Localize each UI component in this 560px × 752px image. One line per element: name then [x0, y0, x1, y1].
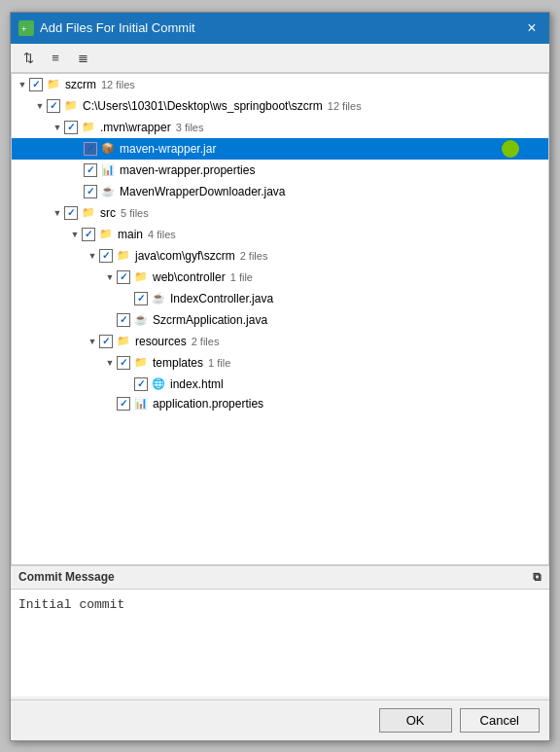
item-label-mvnwrapper: .mvn\wrapper [100, 121, 171, 134]
java-icon: ☕ [151, 291, 166, 306]
commit-section: Commit Message ⧉ Initial commit [11, 565, 549, 699]
add-files-dialog: + Add Files For Initial Commit × ⇅ ≡ ≣ ▼… [10, 12, 550, 741]
item-count-main: 4 files [148, 229, 176, 240]
folder-icon: 📁 [46, 77, 61, 92]
dialog-icon: + [18, 20, 34, 36]
folder-icon: 📁 [133, 355, 149, 371]
item-label-mavenjar: maven-wrapper.jar [120, 142, 216, 156]
tree-item-webcontroller[interactable]: ▼ 📁 web\controller 1 file [12, 267, 548, 288]
item-label-javacom: java\com\gyf\szcrm [135, 249, 235, 263]
expand-arrow: ▼ [33, 99, 47, 113]
tree-item-szcrmap[interactable]: ▶ ☕ SzcrmApplication.java [12, 309, 548, 331]
checkbox-indexhtml[interactable] [134, 377, 148, 391]
file-tree-area[interactable]: ▼ 📁 szcrm 12 files ▼ 📁 C:\Users\10301\De… [11, 73, 549, 565]
checkbox-szcrmap[interactable] [117, 313, 130, 327]
tree-item-indexcontroller[interactable]: ▶ ☕ IndexController.java [12, 288, 548, 309]
java-icon: ☕ [133, 312, 149, 328]
item-label-approp: application.properties [153, 397, 263, 411]
expand-arrow: ▼ [16, 78, 29, 91]
tree-item-resources[interactable]: ▼ 📁 resources 2 files [12, 331, 548, 352]
tree-item-indexhtml[interactable]: ▶ 🌐 index.html [12, 374, 548, 395]
toolbar: ⇅ ≡ ≣ [11, 44, 549, 73]
expand-arrow: ▼ [103, 356, 117, 370]
tree-item-path1[interactable]: ▼ 📁 C:\Users\10301\Desktop\ws_springboot… [12, 95, 548, 117]
expand-arrow: ▼ [51, 121, 64, 134]
tree-item-mavenprop[interactable]: ▶ 📊 maven-wrapper.properties [12, 160, 548, 181]
item-count-resources: 2 files [192, 336, 220, 347]
checkbox-templates[interactable] [117, 356, 130, 370]
sort-button[interactable]: ⇅ [17, 47, 40, 68]
folder-icon: 📁 [116, 248, 131, 264]
tree-item-javacom[interactable]: ▼ 📁 java\com\gyf\szcrm 2 files [12, 245, 548, 267]
item-label-webcontroller: web\controller [153, 270, 226, 284]
checkbox-src[interactable] [64, 206, 78, 220]
checkbox-szcrm[interactable] [29, 78, 43, 91]
item-label-resources: resources [135, 335, 187, 348]
title-bar: + Add Files For Initial Commit × [11, 13, 549, 44]
item-count-javacom: 2 files [240, 250, 268, 262]
ok-button[interactable]: OK [379, 708, 452, 733]
close-button[interactable]: × [522, 18, 542, 38]
commit-message-input[interactable]: Initial commit [11, 590, 549, 697]
item-count-webcontroller: 1 file [230, 271, 253, 283]
prop-icon: 📊 [133, 396, 149, 412]
item-label-path1: C:\Users\10301\Desktop\ws_springboot\szc… [83, 99, 323, 113]
item-label-mavenprop: maven-wrapper.properties [120, 163, 255, 177]
item-label-szcrmap: SzcrmApplication.java [153, 313, 267, 327]
item-label-indexcontroller: IndexController.java [170, 292, 273, 305]
tree-item-main[interactable]: ▼ 📁 main 4 files [12, 224, 548, 245]
cursor-indicator [502, 140, 519, 158]
item-count-mvnwrapper: 3 files [176, 122, 204, 133]
checkbox-webcontroller[interactable] [117, 270, 130, 284]
item-count-path1: 12 files [328, 100, 362, 112]
item-label-mavendown: MavenWrapperDownloader.java [120, 185, 286, 198]
checkbox-javacom[interactable] [99, 249, 113, 263]
folder-icon: 📁 [116, 334, 131, 349]
list-button[interactable]: ≡ [44, 47, 67, 68]
expand-arrow: ▼ [68, 228, 82, 241]
prop-icon: 📊 [100, 162, 116, 178]
checkbox-path1[interactable] [47, 99, 60, 113]
item-label-indexhtml: index.html [170, 377, 224, 391]
expand-arrow: ▼ [51, 206, 64, 220]
tree-item-templates[interactable]: ▼ 📁 templates 1 file [12, 352, 548, 374]
expand-arrow: ▼ [103, 270, 117, 284]
commit-section-label: Commit Message [18, 570, 115, 584]
jar-icon: 📦 [100, 141, 116, 157]
expand-arrow: ▼ [86, 249, 99, 263]
checkbox-mavenjar[interactable] [84, 142, 97, 156]
html-icon: 🌐 [151, 376, 166, 392]
item-count-szcrm: 12 files [101, 79, 135, 90]
dialog-title: Add Files For Initial Commit [40, 20, 522, 35]
folder-icon: 📁 [98, 227, 114, 242]
item-count-templates: 1 file [208, 357, 230, 369]
folder-icon: 📁 [133, 269, 149, 285]
java-icon: ☕ [100, 184, 116, 199]
tree-item-src[interactable]: ▼ 📁 src 5 files [12, 202, 548, 224]
item-label-src: src [100, 206, 116, 220]
tree-item-szcrm[interactable]: ▼ 📁 szcrm 12 files [12, 74, 548, 95]
item-label-szcrm: szcrm [65, 78, 96, 91]
tree-item-mvnwrapper[interactable]: ▼ 📁 .mvn\wrapper 3 files [12, 117, 548, 138]
checkbox-main[interactable] [82, 228, 95, 241]
expand-commit-icon[interactable]: ⧉ [533, 570, 542, 584]
checkbox-mavenprop[interactable] [84, 163, 97, 177]
checkbox-approp[interactable] [117, 397, 130, 411]
tree-item-mavenjar[interactable]: ▶ 📦 maven-wrapper.jar [12, 138, 548, 160]
checkbox-mavendown[interactable] [84, 185, 97, 198]
cancel-button[interactable]: Cancel [460, 708, 540, 733]
folder-icon: 📁 [81, 205, 96, 221]
expand-arrow: ▼ [86, 335, 99, 348]
item-label-templates: templates [153, 356, 203, 370]
folder-icon: 📁 [81, 120, 96, 135]
checkbox-resources[interactable] [99, 335, 113, 348]
commit-header: Commit Message ⧉ [11, 566, 549, 590]
item-count-src: 5 files [121, 207, 149, 219]
checkbox-mvnwrapper[interactable] [64, 121, 78, 134]
tree-item-mavendown[interactable]: ▶ ☕ MavenWrapperDownloader.java [12, 181, 548, 202]
button-bar: OK Cancel [11, 699, 549, 740]
checkbox-indexcontroller[interactable] [134, 292, 148, 305]
options-button[interactable]: ≣ [71, 47, 94, 68]
svg-text:+: + [21, 24, 26, 34]
tree-item-approp[interactable]: ▶ 📊 application.properties [12, 395, 548, 412]
